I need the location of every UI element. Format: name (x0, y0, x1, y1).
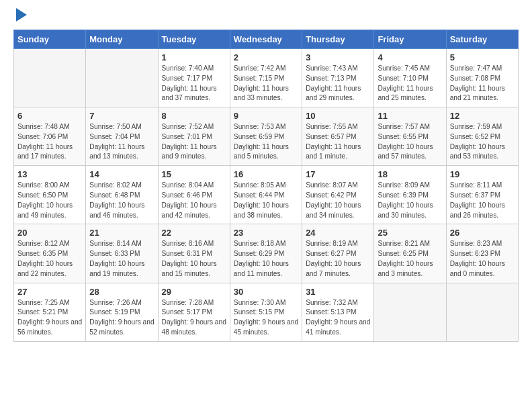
day-number: 5 (450, 52, 515, 62)
calendar-cell: 2Sunrise: 7:42 AMSunset: 7:15 PMDaylight… (230, 49, 302, 107)
day-number: 6 (17, 111, 82, 121)
day-info: Sunrise: 8:05 AMSunset: 6:44 PMDaylight:… (234, 181, 298, 220)
calendar-cell: 17Sunrise: 8:07 AMSunset: 6:42 PMDayligh… (302, 166, 374, 224)
calendar-cell: 28Sunrise: 7:26 AMSunset: 5:19 PMDayligh… (86, 283, 158, 341)
calendar-cell: 29Sunrise: 7:28 AMSunset: 5:17 PMDayligh… (158, 283, 230, 341)
day-info: Sunrise: 8:11 AMSunset: 6:37 PMDaylight:… (450, 181, 515, 220)
day-info: Sunrise: 7:45 AMSunset: 7:10 PMDaylight:… (378, 64, 442, 103)
day-info: Sunrise: 7:57 AMSunset: 6:55 PMDaylight:… (378, 122, 442, 162)
col-header-wednesday: Wednesday (230, 30, 302, 49)
calendar-cell: 31Sunrise: 7:32 AMSunset: 5:13 PMDayligh… (302, 283, 374, 341)
day-info: Sunrise: 8:19 AMSunset: 6:27 PMDaylight:… (306, 239, 370, 279)
calendar-week-row: 20Sunrise: 8:12 AMSunset: 6:35 PMDayligh… (14, 224, 519, 283)
calendar-cell: 7Sunrise: 7:50 AMSunset: 7:04 PMDaylight… (86, 107, 158, 166)
day-info: Sunrise: 7:32 AMSunset: 5:13 PMDaylight:… (306, 298, 370, 338)
header (13, 11, 519, 21)
calendar-cell (14, 49, 86, 107)
day-number: 30 (234, 287, 298, 297)
day-number: 24 (306, 228, 370, 238)
calendar-week-row: 6Sunrise: 7:48 AMSunset: 7:06 PMDaylight… (14, 107, 519, 166)
calendar-cell: 23Sunrise: 8:18 AMSunset: 6:29 PMDayligh… (230, 224, 302, 283)
calendar-cell: 30Sunrise: 7:30 AMSunset: 5:15 PMDayligh… (230, 283, 302, 341)
day-number: 21 (89, 228, 154, 238)
calendar-cell: 14Sunrise: 8:02 AMSunset: 6:48 PMDayligh… (86, 166, 158, 224)
day-number: 26 (450, 228, 515, 238)
day-info: Sunrise: 7:53 AMSunset: 6:59 PMDaylight:… (234, 122, 298, 162)
calendar-table: SundayMondayTuesdayWednesdayThursdayFrid… (13, 30, 519, 342)
logo (13, 11, 27, 21)
day-info: Sunrise: 8:21 AMSunset: 6:25 PMDaylight:… (378, 239, 442, 279)
day-info: Sunrise: 7:25 AMSunset: 5:21 PMDaylight:… (17, 298, 82, 338)
calendar-cell: 10Sunrise: 7:55 AMSunset: 6:57 PMDayligh… (302, 107, 374, 166)
calendar-cell: 26Sunrise: 8:23 AMSunset: 6:23 PMDayligh… (446, 224, 518, 283)
calendar-cell: 13Sunrise: 8:00 AMSunset: 6:50 PMDayligh… (14, 166, 86, 224)
day-number: 31 (306, 287, 370, 297)
col-header-thursday: Thursday (302, 30, 374, 49)
calendar-cell: 9Sunrise: 7:53 AMSunset: 6:59 PMDaylight… (230, 107, 302, 166)
day-info: Sunrise: 7:59 AMSunset: 6:52 PMDaylight:… (450, 122, 515, 162)
day-number: 3 (306, 52, 370, 62)
day-number: 18 (378, 169, 442, 179)
day-number: 11 (378, 111, 442, 121)
day-info: Sunrise: 7:28 AMSunset: 5:17 PMDaylight:… (162, 298, 226, 338)
page: SundayMondayTuesdayWednesdayThursdayFrid… (0, 0, 532, 355)
day-number: 19 (450, 169, 515, 179)
day-info: Sunrise: 8:00 AMSunset: 6:50 PMDaylight:… (17, 181, 82, 220)
calendar-cell: 19Sunrise: 8:11 AMSunset: 6:37 PMDayligh… (446, 166, 518, 224)
day-number: 9 (234, 111, 298, 121)
calendar-cell: 21Sunrise: 8:14 AMSunset: 6:33 PMDayligh… (86, 224, 158, 283)
calendar-cell: 3Sunrise: 7:43 AMSunset: 7:13 PMDaylight… (302, 49, 374, 107)
day-number: 4 (378, 52, 442, 62)
calendar-cell (374, 283, 446, 341)
calendar-cell: 25Sunrise: 8:21 AMSunset: 6:25 PMDayligh… (374, 224, 446, 283)
calendar-cell: 6Sunrise: 7:48 AMSunset: 7:06 PMDaylight… (14, 107, 86, 166)
calendar-cell (446, 283, 518, 341)
day-info: Sunrise: 8:04 AMSunset: 6:46 PMDaylight:… (162, 181, 226, 220)
day-number: 28 (89, 287, 154, 297)
calendar-week-row: 1Sunrise: 7:40 AMSunset: 7:17 PMDaylight… (14, 49, 519, 107)
logo-arrow-icon (16, 8, 27, 21)
col-header-friday: Friday (374, 30, 446, 49)
day-info: Sunrise: 7:30 AMSunset: 5:15 PMDaylight:… (234, 298, 298, 338)
col-header-saturday: Saturday (446, 30, 518, 49)
calendar-cell: 5Sunrise: 7:47 AMSunset: 7:08 PMDaylight… (446, 49, 518, 107)
calendar-cell: 16Sunrise: 8:05 AMSunset: 6:44 PMDayligh… (230, 166, 302, 224)
calendar-cell: 15Sunrise: 8:04 AMSunset: 6:46 PMDayligh… (158, 166, 230, 224)
day-number: 14 (89, 169, 154, 179)
calendar-header-row: SundayMondayTuesdayWednesdayThursdayFrid… (14, 30, 519, 49)
day-info: Sunrise: 8:09 AMSunset: 6:39 PMDaylight:… (378, 181, 442, 220)
day-number: 7 (89, 111, 154, 121)
day-number: 10 (306, 111, 370, 121)
calendar-cell: 4Sunrise: 7:45 AMSunset: 7:10 PMDaylight… (374, 49, 446, 107)
day-info: Sunrise: 8:23 AMSunset: 6:23 PMDaylight:… (450, 239, 515, 279)
calendar-cell: 27Sunrise: 7:25 AMSunset: 5:21 PMDayligh… (14, 283, 86, 341)
calendar-cell: 1Sunrise: 7:40 AMSunset: 7:17 PMDaylight… (158, 49, 230, 107)
day-number: 23 (234, 228, 298, 238)
day-info: Sunrise: 7:26 AMSunset: 5:19 PMDaylight:… (89, 298, 154, 338)
day-info: Sunrise: 8:14 AMSunset: 6:33 PMDaylight:… (89, 239, 154, 279)
day-info: Sunrise: 8:18 AMSunset: 6:29 PMDaylight:… (234, 239, 298, 279)
day-info: Sunrise: 8:16 AMSunset: 6:31 PMDaylight:… (162, 239, 226, 279)
day-number: 12 (450, 111, 515, 121)
calendar-cell: 11Sunrise: 7:57 AMSunset: 6:55 PMDayligh… (374, 107, 446, 166)
day-number: 20 (17, 228, 82, 238)
day-number: 27 (17, 287, 82, 297)
calendar-week-row: 27Sunrise: 7:25 AMSunset: 5:21 PMDayligh… (14, 283, 519, 341)
day-info: Sunrise: 8:02 AMSunset: 6:48 PMDaylight:… (89, 181, 154, 220)
day-number: 16 (234, 169, 298, 179)
day-number: 29 (162, 287, 226, 297)
day-number: 13 (17, 169, 82, 179)
calendar-cell: 12Sunrise: 7:59 AMSunset: 6:52 PMDayligh… (446, 107, 518, 166)
day-info: Sunrise: 8:07 AMSunset: 6:42 PMDaylight:… (306, 181, 370, 220)
calendar-cell: 18Sunrise: 8:09 AMSunset: 6:39 PMDayligh… (374, 166, 446, 224)
calendar-cell: 20Sunrise: 8:12 AMSunset: 6:35 PMDayligh… (14, 224, 86, 283)
day-info: Sunrise: 7:43 AMSunset: 7:13 PMDaylight:… (306, 64, 370, 103)
day-info: Sunrise: 7:40 AMSunset: 7:17 PMDaylight:… (162, 64, 226, 103)
day-number: 22 (162, 228, 226, 238)
col-header-sunday: Sunday (14, 30, 86, 49)
day-info: Sunrise: 7:42 AMSunset: 7:15 PMDaylight:… (234, 64, 298, 103)
day-info: Sunrise: 7:55 AMSunset: 6:57 PMDaylight:… (306, 122, 370, 162)
calendar-cell: 8Sunrise: 7:52 AMSunset: 7:01 PMDaylight… (158, 107, 230, 166)
calendar-cell: 24Sunrise: 8:19 AMSunset: 6:27 PMDayligh… (302, 224, 374, 283)
day-info: Sunrise: 7:48 AMSunset: 7:06 PMDaylight:… (17, 122, 82, 162)
